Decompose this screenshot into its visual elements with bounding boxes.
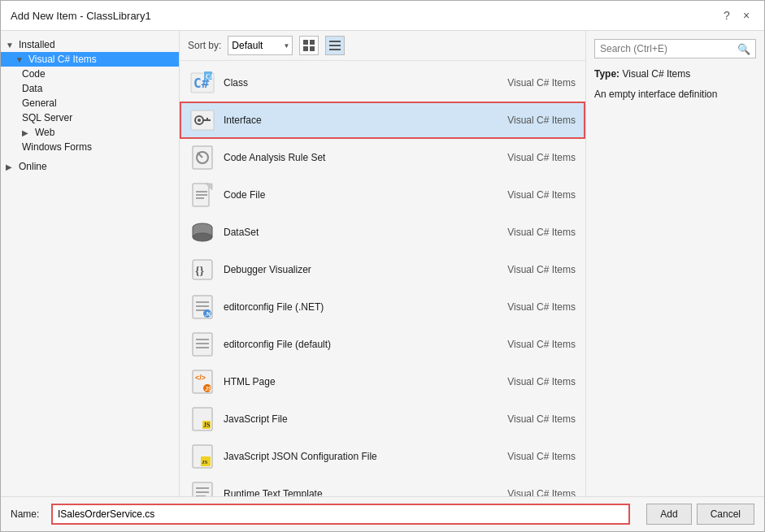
type-info: Type: Visual C# Items An empty interface… (594, 67, 756, 102)
item-interface-icon (189, 107, 215, 133)
name-input-wrapper (51, 504, 630, 525)
title-bar-buttons: ? × (719, 7, 754, 24)
item-html-page[interactable]: JS </> HTML Page Visual C# Items (180, 363, 585, 400)
item-class[interactable]: C# C# Class Visual C# Items (180, 64, 585, 102)
online-arrow: ▶ (6, 162, 15, 171)
sort-select[interactable]: Default Name Type (228, 36, 293, 55)
installed-label: Installed (19, 39, 55, 50)
item-code-file-icon (189, 182, 215, 208)
tree-general[interactable]: General (1, 96, 179, 110)
item-editorconfig-default-icon (189, 331, 215, 357)
item-dataset-icon (189, 219, 215, 245)
tree-online[interactable]: ▶ Online (1, 159, 179, 174)
item-code-file[interactable]: Code File Visual C# Items (180, 176, 585, 214)
item-javascript-file-category: Visual C# Items (494, 413, 576, 425)
svg-text:JS: JS (205, 386, 212, 391)
grid-view-button[interactable] (299, 36, 319, 55)
svg-point-25 (193, 233, 212, 241)
item-interface-category: Visual C# Items (494, 115, 576, 126)
item-code-file-category: Visual C# Items (494, 189, 576, 201)
right-panel: 🔍 Type: Visual C# Items An empty interfa… (585, 31, 764, 496)
dialog-title: Add New Item - ClassLibrary1 (11, 10, 151, 22)
close-button[interactable]: × (738, 7, 754, 24)
add-button[interactable]: Add (646, 504, 691, 525)
tree-visual-csharp[interactable]: ▼ Visual C# Items (1, 52, 179, 67)
svg-rect-3 (310, 46, 315, 51)
tree-web[interactable]: ▶ Web (1, 125, 179, 140)
list-view-button[interactable] (325, 36, 345, 55)
name-input[interactable] (53, 505, 628, 523)
svg-rect-5 (329, 45, 341, 46)
add-new-item-dialog: Add New Item - ClassLibrary1 ? × ▼ Insta… (0, 0, 765, 532)
svg-rect-0 (303, 40, 308, 45)
item-debugger-category: Visual C# Items (494, 264, 576, 275)
item-dataset[interactable]: DataSet Visual C# Items (180, 214, 585, 251)
svg-text:JS: JS (202, 459, 208, 465)
sort-select-wrapper: Default Name Type ▼ (228, 36, 293, 55)
left-panel: ▼ Installed ▼ Visual C# Items Code Data … (1, 31, 180, 496)
item-editorconfig-net[interactable]: .N editorconfig File (.NET) Visual C# It… (180, 288, 585, 326)
item-editorconfig-net-icon: .N (189, 294, 215, 320)
item-javascript-file-icon: JS (189, 406, 215, 432)
type-description: An empty interface definition (594, 87, 756, 102)
tree-code[interactable]: Code (1, 67, 179, 81)
web-label: Web (35, 127, 54, 138)
item-editorconfig-net-category: Visual C# Items (494, 301, 576, 313)
item-javascript-json-category: Visual C# Items (494, 451, 576, 462)
type-value: Visual C# Items (622, 68, 690, 80)
svg-text:.N: .N (205, 311, 211, 317)
type-label: Type: (594, 68, 619, 80)
tree-installed[interactable]: ▼ Installed (1, 37, 179, 52)
tree-sql-server[interactable]: SQL Server (1, 110, 179, 125)
cancel-button[interactable]: Cancel (697, 504, 754, 525)
name-label: Name: (11, 508, 43, 520)
item-dataset-category: Visual C# Items (494, 227, 576, 238)
item-html-page-name: HTML Page (224, 376, 486, 387)
svg-rect-36 (193, 333, 212, 356)
item-javascript-file-name: JavaScript File (224, 413, 486, 425)
item-javascript-json-name: JavaScript JSON Configuration File (224, 451, 486, 462)
item-javascript-json-icon: JS (189, 443, 215, 469)
item-javascript-file[interactable]: JS JavaScript File Visual C# Items (180, 400, 585, 438)
svg-rect-6 (329, 49, 341, 50)
list-icon (329, 40, 341, 51)
item-dataset-name: DataSet (224, 227, 486, 238)
item-interface[interactable]: Interface Visual C# Items (180, 102, 585, 139)
item-javascript-json[interactable]: JS JavaScript JSON Configuration File Vi… (180, 438, 585, 475)
item-code-analysis-category: Visual C# Items (494, 152, 576, 163)
svg-text:{}: {} (195, 265, 205, 277)
item-editorconfig-default-category: Visual C# Items (494, 339, 576, 350)
search-icon: 🔍 (737, 43, 750, 55)
toolbar: Sort by: Default Name Type ▼ (180, 31, 585, 61)
item-class-category: Visual C# Items (494, 77, 576, 89)
bottom-area: Name: Add Cancel (1, 496, 764, 531)
tree-data[interactable]: Data (1, 81, 179, 96)
item-class-name: Class (224, 77, 486, 89)
item-class-icon: C# C# (189, 70, 215, 96)
csharp-label: Visual C# Items (28, 54, 97, 65)
item-code-file-name: Code File (224, 189, 486, 201)
svg-rect-4 (329, 41, 341, 42)
grid-icon (303, 40, 315, 51)
web-arrow: ▶ (22, 128, 32, 137)
item-code-analysis[interactable]: Code Analysis Rule Set Visual C# Items (180, 139, 585, 176)
button-group: Add Cancel (646, 504, 754, 525)
search-input[interactable] (600, 43, 737, 54)
items-list: C# C# Class Visual C# Items (180, 61, 585, 496)
item-runtime-text[interactable]: Runtime Text Template Visual C# Items (180, 475, 585, 496)
content-area: ▼ Installed ▼ Visual C# Items Code Data … (1, 31, 764, 496)
item-debugger[interactable]: {} Debugger Visualizer Visual C# Items (180, 251, 585, 288)
main-panel: Sort by: Default Name Type ▼ (180, 31, 585, 496)
item-editorconfig-default[interactable]: editorconfig File (default) Visual C# It… (180, 326, 585, 363)
tree-windows-forms[interactable]: Windows Forms (1, 140, 179, 154)
sort-label: Sort by: (188, 40, 221, 51)
search-box: 🔍 (594, 39, 756, 58)
item-debugger-icon: {} (189, 257, 215, 283)
item-html-page-icon: JS </> (189, 369, 215, 395)
svg-text:</>: </> (195, 374, 206, 382)
title-bar: Add New Item - ClassLibrary1 ? × (1, 1, 764, 31)
item-editorconfig-net-name: editorconfig File (.NET) (224, 301, 486, 313)
help-button[interactable]: ? (719, 7, 735, 24)
item-html-page-category: Visual C# Items (494, 376, 576, 387)
installed-arrow: ▼ (6, 41, 15, 50)
